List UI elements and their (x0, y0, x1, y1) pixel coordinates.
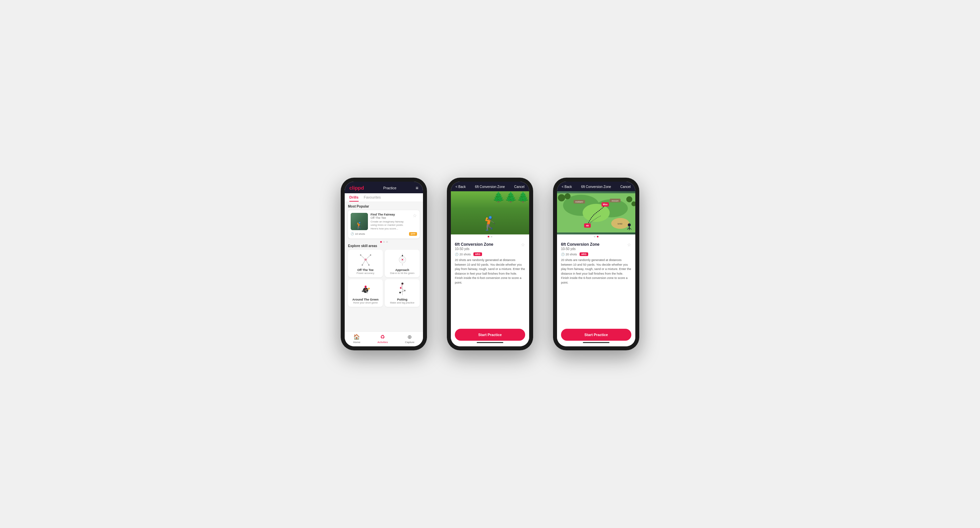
svg-line-3 (362, 260, 366, 265)
drill-title-3: 6ft Conversion Zone (561, 242, 600, 247)
svg-point-14 (402, 255, 403, 256)
svg-point-51 (628, 223, 631, 227)
skill-name: Approach (395, 268, 409, 272)
drill-yardage-3: 10-50 yds (561, 247, 600, 251)
drill-content: 6ft Conversion Zone 10-50 yds ☆ 🕐 20 sho… (451, 239, 529, 324)
drill-bottom-3: Start Practice (557, 324, 635, 346)
practice-content: Most Popular Find The Fairway Off The Te… (345, 202, 423, 332)
drill-subtitle: Off The Tee (371, 216, 410, 220)
shots-count-3: 🕐 20 shots (561, 253, 577, 256)
phone-3-screen: < Back 6ft Conversion Zone Cancel (557, 182, 635, 346)
skill-off-the-tee[interactable]: Off The Tee Power accuracy (348, 250, 383, 277)
drill-title-row-3: 6ft Conversion Zone 10-50 yds ☆ (561, 242, 631, 251)
phone-3: < Back 6ft Conversion Zone Cancel (553, 178, 639, 350)
app-logo: clippd (349, 185, 364, 191)
phone-2: < Back 6ft Conversion Zone Cancel 🌲🌲🌲 🏌️ (447, 178, 533, 350)
svg-text:FAIRWAY: FAIRWAY (575, 201, 583, 203)
home-indicator (477, 342, 503, 343)
dot-1 (594, 236, 595, 238)
svg-point-7 (362, 264, 363, 266)
approach-icon (394, 252, 411, 267)
tab-favourites[interactable]: Favourites (364, 195, 381, 202)
drill-info: Find The Fairway Off The Tee Create an i… (371, 213, 410, 230)
svg-point-38 (565, 193, 571, 199)
back-button[interactable]: < Back (455, 185, 466, 188)
skill-putting[interactable]: Putting Make and lag practice (385, 279, 420, 307)
svg-text:Miss: Miss (603, 203, 608, 206)
off-the-tee-icon (357, 252, 374, 267)
start-practice-button-3[interactable]: Start Practice (561, 329, 631, 341)
nav-home[interactable]: 🏠 Home (353, 334, 360, 344)
favourite-star[interactable]: ☆ (521, 242, 525, 247)
drill-title-block: 6ft Conversion Zone 10-50 yds (455, 242, 493, 251)
drill-title: 6ft Conversion Zone (455, 242, 493, 247)
putting-icon (394, 282, 411, 297)
favourite-icon[interactable]: ☆ (413, 213, 417, 218)
drill-map-image: Hit Miss FAIRWAY ROUGH SAND (557, 191, 635, 234)
tabs-bar: Drills Favourites (345, 193, 423, 202)
explore-label: Explore skill areas (348, 244, 420, 248)
category-badge-3: ARG (579, 252, 588, 256)
svg-point-39 (626, 196, 632, 202)
drill-thumbnail (351, 213, 368, 230)
featured-drill-card[interactable]: Find The Fairway Off The Tee Create an i… (348, 210, 420, 238)
carousel-dots (348, 241, 420, 243)
drill-photo: 🌲🌲🌲 🏌️ (451, 191, 529, 234)
skill-desc: Hone your short game (353, 301, 377, 304)
category-badge: ARG (473, 252, 482, 256)
cancel-button[interactable]: Cancel (514, 185, 525, 188)
golfer-image: 🏌️ (482, 215, 498, 231)
clock-icon: 🕐 (455, 253, 458, 256)
dot-2-active (597, 236, 598, 238)
activities-icon: ♻ (380, 334, 385, 340)
around-green-icon (357, 282, 374, 297)
phone-1: clippd Practice ≡ Drills Favourites Most… (341, 178, 427, 350)
svg-point-6 (370, 254, 371, 256)
drill-header-title: 6ft Conversion Zone (475, 185, 505, 188)
home-icon: 🏠 (353, 334, 360, 340)
drill-description-3: 20 shots are randomly generated at dista… (561, 258, 631, 285)
skill-name: Around The Green (352, 298, 379, 301)
drill-meta: 🕐 20 shots ARG (455, 252, 525, 256)
svg-line-4 (366, 260, 369, 265)
app-header: clippd Practice ≡ (345, 182, 423, 193)
drill-footer: 🕐 10 shots OTT (351, 232, 417, 236)
phone-1-screen: clippd Practice ≡ Drills Favourites Most… (345, 182, 423, 346)
nav-capture[interactable]: ⊕ Capture (405, 334, 414, 344)
capture-icon: ⊕ (407, 334, 412, 340)
drill-header: < Back 6ft Conversion Zone Cancel (451, 182, 529, 191)
dot-2 (383, 241, 385, 243)
drill-yardage: 10-50 yds (455, 247, 493, 251)
svg-point-8 (368, 264, 369, 266)
drill-bottom: Start Practice (451, 324, 529, 346)
back-button-3[interactable]: < Back (562, 185, 572, 188)
skill-desc: Make and lag practice (390, 301, 414, 304)
trees-decoration: 🌲🌲🌲 (492, 191, 529, 203)
svg-point-11 (402, 259, 403, 260)
shots-info: 🕐 10 shots (351, 233, 365, 235)
shots-count: 🕐 20 shots (455, 253, 471, 256)
most-popular-label: Most Popular (348, 204, 420, 208)
cancel-button-3[interactable]: Cancel (620, 185, 631, 188)
skill-approach[interactable]: Approach Dial-in to hit the green (385, 250, 420, 277)
drill-title: Find The Fairway (371, 213, 410, 216)
svg-text:SAND: SAND (617, 223, 622, 225)
skill-name: Putting (397, 298, 407, 301)
nav-activities-label: Activities (377, 341, 388, 344)
skill-name: Off The Tee (357, 268, 374, 272)
start-practice-button[interactable]: Start Practice (455, 329, 525, 341)
image-dots (451, 234, 529, 239)
drill-map: Hit Miss FAIRWAY ROUGH SAND (557, 191, 635, 234)
menu-icon[interactable]: ≡ (416, 185, 418, 191)
skill-around-the-green[interactable]: Around The Green Hone your short game (348, 279, 383, 307)
svg-point-5 (360, 254, 361, 256)
tab-drills[interactable]: Drills (349, 195, 359, 202)
nav-capture-label: Capture (405, 341, 414, 344)
drill-title-block-3: 6ft Conversion Zone 10-50 yds (561, 242, 600, 251)
drill-description: Create an imaginary fairway using trees … (371, 220, 410, 230)
favourite-star-3[interactable]: ☆ (627, 242, 631, 247)
skill-areas-grid: Off The Tee Power accuracy (348, 250, 420, 307)
skill-desc: Dial-in to hit the green (390, 272, 414, 274)
nav-activities[interactable]: ♻ Activities (377, 334, 388, 344)
drill-description: 20 shots are randomly generated at dista… (455, 258, 525, 285)
